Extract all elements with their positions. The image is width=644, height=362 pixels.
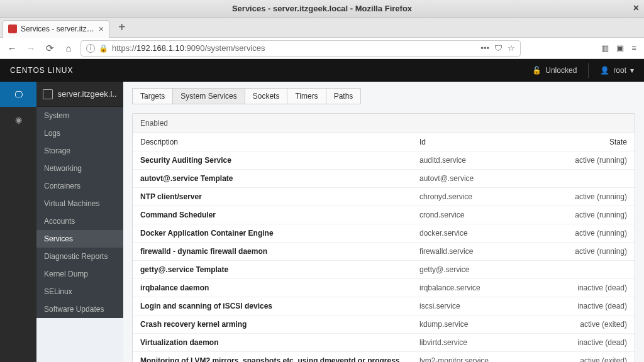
sidebar-item-kernel-dump[interactable]: Kernel Dump	[36, 265, 123, 283]
window-title-bar: Services - server.itzgeek.local - Mozill…	[0, 0, 644, 18]
cell-description: Virtualization daemon	[140, 338, 419, 347]
server-icon	[43, 89, 53, 99]
table-row[interactable]: Login and scanning of iSCSI devicesiscsi…	[133, 297, 635, 315]
sidebar-item-storage[interactable]: Storage	[36, 142, 123, 160]
sidebar-item-diagnostic-reports[interactable]: Diagnostic Reports	[36, 248, 123, 265]
cell-id: firewalld.service	[419, 247, 552, 256]
user-menu[interactable]: 👤 root ▾	[600, 66, 634, 75]
sidebar-item-logs[interactable]: Logs	[36, 124, 123, 142]
bookmark-icon[interactable]: ☆	[508, 43, 515, 53]
sidebar-toggle-icon[interactable]: ▣	[616, 43, 624, 53]
window-close-button[interactable]: ×	[633, 3, 639, 14]
content: TargetsSystem ServicesSocketsTimersPaths…	[123, 82, 644, 362]
cell-id: libvirtd.service	[419, 338, 552, 347]
url-actions: ••• 🛡 ☆	[480, 43, 515, 53]
services-panel: Enabled Description Id State Security Au…	[132, 113, 635, 362]
browser-toolbar: ← → ⟳ ⌂ i 🔒 https://192.168.1.10:9090/sy…	[0, 38, 644, 59]
sidebar-item-services[interactable]: Services	[36, 230, 123, 248]
url-path: :9090/system/services	[184, 43, 265, 53]
site-info-icon[interactable]: i	[86, 44, 95, 53]
cell-description: NTP client/server	[140, 192, 419, 201]
table-row[interactable]: Docker Application Container Enginedocke…	[133, 224, 635, 243]
col-state: State	[552, 138, 627, 146]
cell-state: active (running)	[552, 229, 627, 238]
table-row[interactable]: Virtualization daemonlibvirtd.serviceina…	[133, 334, 635, 352]
col-description: Description	[140, 138, 419, 146]
table-header: Description Id State	[133, 133, 635, 151]
forward-button[interactable]: →	[24, 41, 38, 55]
tab-system-services[interactable]: System Services	[173, 88, 245, 104]
tab-title: Services - server.itzgeek...	[21, 25, 95, 33]
menu-icon[interactable]: ≡	[631, 43, 636, 53]
cell-id: crond.service	[419, 211, 552, 219]
tab-timers[interactable]: Timers	[287, 88, 326, 104]
cell-description: Security Auditing Service	[140, 156, 419, 165]
sidebar-item-containers[interactable]: Containers	[36, 177, 123, 195]
cell-state: active (running)	[552, 211, 627, 219]
rail: 🖵 ◉	[0, 82, 36, 362]
lock-icon: 🔒	[99, 44, 108, 53]
table-row[interactable]: Crash recovery kernel armingkdump.servic…	[133, 315, 635, 334]
cell-id: irqbalance.service	[419, 283, 552, 292]
table-row[interactable]: autovt@.service Templateautovt@.service	[133, 170, 635, 188]
browser-tab-strip: Services - server.itzgeek... × +	[0, 18, 644, 38]
browser-tab[interactable]: Services - server.itzgeek... ×	[3, 20, 109, 38]
table-row[interactable]: firewalld - dynamic firewall daemonfirew…	[133, 243, 635, 261]
new-tab-button[interactable]: +	[114, 20, 130, 35]
table-row[interactable]: irqbalance daemonirqbalance.serviceinact…	[133, 279, 635, 297]
cell-description: Docker Application Container Engine	[140, 229, 419, 238]
cell-state: active (exited)	[552, 356, 627, 362]
table-row[interactable]: Security Auditing Serviceauditd.servicea…	[133, 151, 635, 170]
cell-description: Monitoring of LVM2 mirrors, snapshots et…	[140, 356, 419, 362]
table-row[interactable]: getty@.service Templategetty@.service	[133, 261, 635, 279]
sidebar-item-software-updates[interactable]: Software Updates	[36, 300, 123, 318]
table-row[interactable]: NTP client/serverchronyd.serviceactive (…	[133, 188, 635, 206]
tab-targets[interactable]: Targets	[132, 88, 173, 104]
cell-description: autovt@.service Template	[140, 174, 419, 183]
sidebar: SystemLogsStorageNetworkingContainersVir…	[36, 107, 123, 318]
cell-state: active (running)	[552, 156, 627, 165]
cell-description: irqbalance daemon	[140, 283, 419, 292]
sidebar-server-header[interactable]: server.itzgeek.l...	[36, 82, 123, 107]
table-row[interactable]: Command Schedulercrond.serviceactive (ru…	[133, 206, 635, 224]
cell-description: firewalld - dynamic firewall daemon	[140, 247, 419, 256]
cell-state	[552, 174, 627, 183]
cell-state: active (exited)	[552, 320, 627, 329]
reload-button[interactable]: ⟳	[43, 41, 57, 55]
tab-sockets[interactable]: Sockets	[245, 88, 288, 104]
privilege-toggle[interactable]: 🔓 Unlocked	[532, 66, 577, 75]
cell-id: getty@.service	[419, 265, 552, 274]
chevron-down-icon: ▾	[630, 66, 634, 75]
cell-description: Command Scheduler	[140, 211, 419, 219]
url-bar[interactable]: i 🔒 https://192.168.1.10:9090/system/ser…	[80, 40, 521, 57]
col-id: Id	[419, 138, 552, 146]
tab-close-icon[interactable]: ×	[99, 24, 104, 34]
sidebar-item-system[interactable]: System	[36, 107, 123, 124]
sidebar-item-virtual-machines[interactable]: Virtual Machines	[36, 195, 123, 212]
home-button[interactable]: ⌂	[62, 41, 75, 55]
rail-health-icon[interactable]: ◉	[0, 107, 36, 132]
cell-id: autovt@.service	[419, 174, 552, 183]
unlock-icon: 🔓	[532, 66, 541, 75]
cell-state: active (running)	[552, 247, 627, 256]
sidebar-item-networking[interactable]: Networking	[36, 160, 123, 177]
table-row[interactable]: Monitoring of LVM2 mirrors, snapshots et…	[133, 352, 635, 362]
sidebar-item-selinux[interactable]: SELinux	[36, 283, 123, 300]
cell-state: active (running)	[552, 192, 627, 201]
cell-description: Crash recovery kernel arming	[140, 320, 419, 329]
user-label: root	[613, 66, 626, 75]
back-button[interactable]: ←	[5, 41, 19, 55]
url-scheme: https://	[112, 43, 136, 53]
user-icon: 👤	[600, 66, 609, 75]
rail-dashboard-icon[interactable]: 🖵	[0, 82, 36, 107]
section-heading: Enabled	[133, 114, 635, 133]
window-title: Services - server.itzgeek.local - Mozill…	[232, 4, 412, 13]
tab-paths[interactable]: Paths	[326, 88, 362, 104]
more-actions-icon[interactable]: •••	[480, 43, 489, 53]
divider	[588, 63, 589, 78]
cell-state	[552, 265, 627, 274]
library-icon[interactable]: ▥	[601, 43, 609, 53]
cell-description: getty@.service Template	[140, 265, 419, 274]
sidebar-item-accounts[interactable]: Accounts	[36, 212, 123, 230]
shield-icon[interactable]: 🛡	[494, 43, 502, 53]
